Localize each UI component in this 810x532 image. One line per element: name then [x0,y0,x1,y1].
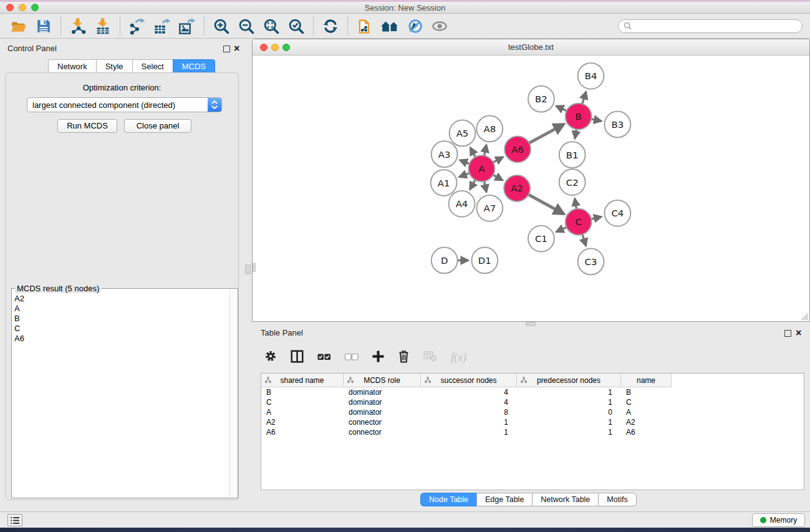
edge-B-B2[interactable] [556,106,567,111]
node-B3[interactable]: B3 [604,112,630,138]
mcds-result-item[interactable]: A2 [14,294,229,304]
export-network-button[interactable] [125,16,150,37]
create-column-button[interactable] [372,351,384,365]
unselect-all-columns-button[interactable] [345,352,359,363]
node-A3[interactable]: A3 [432,141,458,167]
table-panel-float-button[interactable] [784,330,791,337]
open-session-button[interactable] [6,16,31,37]
refresh-button[interactable] [318,16,343,37]
zoom-in-button[interactable] [209,16,234,37]
home-button[interactable] [377,16,402,37]
node-A4[interactable]: A4 [449,191,475,217]
edge-A-A1[interactable] [460,173,470,177]
node-C2[interactable]: C2 [559,169,586,195]
delete-column-button[interactable] [398,350,410,365]
new-network-from-file-button[interactable] [352,16,377,37]
import-table-button[interactable] [90,16,115,37]
table-row[interactable]: A6connector11A6 [261,427,804,437]
edge-B-B3[interactable] [591,119,601,121]
tab-motifs[interactable]: Motifs [598,493,636,506]
show-hide-button[interactable] [427,16,452,37]
show-column-panel-button[interactable] [291,350,304,365]
close-panel-button[interactable]: Close panel [124,119,191,133]
column-header-name[interactable]: name [621,374,672,387]
select-all-columns-button[interactable] [317,352,331,363]
tab-network[interactable]: Network [48,59,96,73]
table-panel-close-button[interactable]: × [796,329,801,337]
edge-C-C2[interactable] [575,199,577,210]
mcds-result-item[interactable]: B [14,314,229,324]
zoom-fit-button[interactable] [259,16,284,37]
delete-table-button[interactable] [423,351,437,364]
tab-mcds[interactable]: MCDS [173,59,215,73]
tab-edge-table[interactable]: Edge Table [476,493,532,506]
network-canvas[interactable]: B4B2BB3A8A5A6A3B1AA1C2A2A4A7C4CC1DD1C3 [253,56,809,321]
node-C3[interactable]: C3 [578,249,604,275]
node-A[interactable]: A [468,155,494,181]
save-session-button[interactable] [31,16,56,37]
node-B2[interactable]: B2 [528,86,554,112]
edge-C-C4[interactable] [591,217,601,220]
column-header-predecessor-nodes[interactable]: predecessor nodes [517,374,621,387]
mcds-result-item[interactable]: C [14,324,229,334]
edge-C-C3[interactable] [582,234,586,246]
edge-A-A5[interactable] [470,148,476,158]
node-B[interactable]: B [566,104,592,130]
node-C4[interactable]: C4 [604,200,630,226]
edge-A-A4[interactable] [470,180,476,190]
control-panel-close-button[interactable]: × [234,44,239,53]
edge-A-A3[interactable] [460,160,470,164]
node-D1[interactable]: D1 [471,248,498,274]
table-row[interactable]: Adominator80A [261,407,804,417]
mcds-result-item[interactable]: A [14,304,229,314]
search-field[interactable] [618,19,803,33]
zoom-selected-button[interactable] [284,16,309,37]
table-row[interactable]: A2connector11A2 [261,417,804,427]
hide-style-button[interactable] [402,16,427,37]
horizontal-splitter-grip[interactable] [526,322,536,326]
criterion-dropdown[interactable]: largest connected component (directed) [27,97,222,112]
edge-A-A8[interactable] [484,145,486,157]
edge-B-B1[interactable] [575,128,577,138]
tab-node-table[interactable]: Node Table [420,493,476,506]
edge-C-C1[interactable] [556,227,567,232]
column-header-successor-nodes[interactable]: successor nodes [421,374,517,387]
edge-A-A6[interactable] [493,157,503,163]
tab-select[interactable]: Select [132,59,173,73]
node-C[interactable]: C [566,209,592,235]
edge-A-A7[interactable] [484,181,486,192]
table-row[interactable]: Bdominator41B [261,387,804,397]
node-A8[interactable]: A8 [476,116,503,142]
mcds-result-item[interactable]: A6 [14,334,229,344]
edge-A2-C[interactable] [528,195,564,214]
node-A6[interactable]: A6 [504,136,531,162]
zoom-out-button[interactable] [234,16,259,37]
column-header-mcds-role[interactable]: MCDS role [344,374,421,387]
node-C1[interactable]: C1 [528,226,554,252]
export-table-button[interactable] [150,16,175,37]
edge-A-A2[interactable] [493,175,503,180]
network-window-titlebar[interactable]: testGlobe.txt [253,39,809,56]
search-input[interactable] [635,22,797,31]
memory-button[interactable]: Memory [752,513,805,527]
node-A7[interactable]: A7 [476,195,503,221]
result-scrollbar[interactable] [229,289,238,498]
column-header-shared-name[interactable]: shared name [261,374,344,387]
resize-grip-icon[interactable] [801,312,809,321]
node-B1[interactable]: B1 [559,142,586,168]
table-row[interactable]: Cdominator41C [261,397,804,407]
function-builder-button[interactable]: f(x) [451,351,466,364]
tab-style[interactable]: Style [96,59,132,73]
node-A5[interactable]: A5 [450,120,476,147]
node-B4[interactable]: B4 [578,63,604,89]
task-history-button[interactable] [7,514,22,526]
node-D[interactable]: D [432,248,458,274]
import-network-button[interactable] [65,16,90,37]
control-panel-float-button[interactable] [223,46,230,52]
edge-A6-B[interactable] [529,124,564,143]
node-A1[interactable]: A1 [431,170,457,196]
vertical-splitter-grip[interactable] [245,264,251,274]
edge-B-B4[interactable] [582,92,586,105]
node-A2[interactable]: A2 [504,175,530,201]
table-settings-button[interactable] [264,350,277,365]
